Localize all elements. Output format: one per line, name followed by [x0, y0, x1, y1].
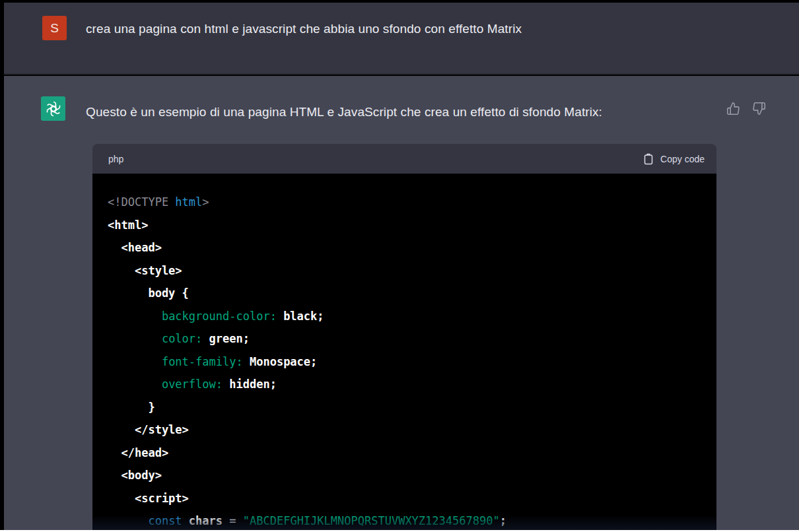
- code-line: <body>: [108, 464, 701, 487]
- code-line: background-color: black;: [108, 305, 701, 328]
- code-line: overflow: hidden;: [108, 373, 701, 396]
- code-block-header: php Copy code: [92, 144, 716, 174]
- user-avatar-initial: S: [50, 21, 59, 36]
- user-avatar: S: [42, 16, 67, 40]
- code-content: <!DOCTYPE html><html> <head> <style> bod…: [92, 174, 716, 532]
- user-message-text: crea una pagina con html e javascript ch…: [86, 20, 680, 38]
- user-message-row: S crea una pagina con html e javascript …: [4, 3, 799, 75]
- code-line: color: green;: [108, 327, 701, 350]
- code-line: <style>: [108, 259, 701, 283]
- feedback-buttons: [726, 102, 766, 116]
- assistant-avatar: [41, 96, 65, 121]
- code-line: <html>: [108, 214, 701, 237]
- thumbs-up-icon[interactable]: [726, 102, 740, 116]
- openai-logo-icon: [45, 100, 62, 117]
- assistant-message-row: Questo è un esempio di una pagina HTML e…: [4, 76, 799, 532]
- copy-code-button[interactable]: Copy code: [644, 153, 705, 165]
- code-line: body {: [108, 282, 701, 305]
- code-line: <head>: [108, 236, 701, 259]
- window-edge-left: [0, 0, 4, 532]
- assistant-message-text: Questo è un esempio di una pagina HTML e…: [86, 103, 674, 121]
- clipboard-icon: [644, 153, 654, 165]
- code-line: font-family: Monospace;: [108, 350, 701, 374]
- code-line: </head>: [108, 442, 701, 465]
- code-line: <script>: [108, 487, 701, 510]
- window-edge-top: [0, 0, 799, 3]
- copy-code-label: Copy code: [660, 154, 705, 164]
- code-line: </style>: [108, 418, 701, 442]
- code-line: }: [108, 396, 701, 419]
- code-line: <!DOCTYPE html>: [108, 191, 701, 214]
- code-language-label: php: [108, 154, 123, 164]
- code-block: php Copy code <!DOCTYPE html><html> <hea…: [92, 144, 716, 532]
- code-line: const chars = "ABCDEFGHIJKLMNOPQRSTUVWXY…: [108, 510, 701, 532]
- thumbs-down-icon[interactable]: [752, 102, 766, 116]
